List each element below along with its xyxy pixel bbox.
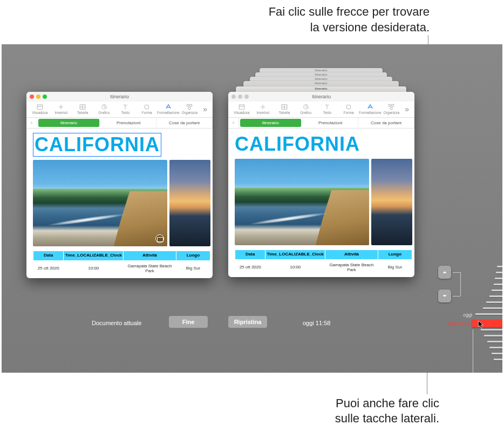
- callout-text: Puoi anche fare clic: [335, 396, 439, 412]
- version-document-window: Itinerario Visualizza Inserisci Tabella …: [228, 92, 414, 277]
- svg-point-22: [392, 104, 394, 106]
- titlebar: Itinerario: [228, 92, 414, 102]
- leader-line: [453, 296, 460, 297]
- version-prev-button[interactable]: [438, 266, 451, 279]
- tab-cose[interactable]: Cose da portare: [156, 118, 213, 128]
- timeline-tick[interactable]: [497, 266, 502, 267]
- toolbar-format[interactable]: Formattazione: [158, 103, 179, 115]
- cell-time: 10:00: [64, 260, 124, 276]
- timeline-tick[interactable]: [487, 341, 502, 342]
- callout-arrows: Fai clic sulle frecce per trovare la ver…: [269, 4, 430, 35]
- svg-point-21: [389, 104, 391, 106]
- titlebar: Itinerario: [26, 92, 213, 102]
- timeline-tick[interactable]: [486, 301, 502, 303]
- version-next-button[interactable]: [438, 289, 451, 302]
- tab-cose: Cose da portare: [358, 118, 414, 128]
- cell-date: 25 ott 2020: [33, 260, 64, 276]
- toolbar: Visualizza Inserisci Tabella Grafico Tes…: [228, 102, 414, 118]
- restore-button[interactable]: Ripristina: [228, 316, 267, 328]
- headline-text: CALIFORNIA: [235, 133, 360, 155]
- toolbar-text[interactable]: Testo: [115, 103, 136, 115]
- tab-itinerario[interactable]: Itinerario: [38, 119, 100, 127]
- table-header-row: Data Time_LOCALIZABLE_Clock Attività Luo…: [33, 251, 210, 261]
- version-timeline[interactable]: oggi oggi 14:17: [470, 266, 502, 365]
- timeline-tick[interactable]: [489, 347, 502, 348]
- cell-activity: Garrapata State Beach Park: [325, 259, 378, 275]
- timeline-tick[interactable]: [494, 359, 502, 360]
- toolbar-view: Visualizza: [231, 103, 252, 115]
- sheet-tabs: + Itinerario Prenotazioni Cose da portar…: [228, 118, 414, 129]
- done-button[interactable]: Fine: [169, 316, 208, 328]
- cell-date: 25 ott 2020: [235, 259, 265, 275]
- col-place: Luogo: [378, 250, 412, 260]
- data-table[interactable]: Data Time_LOCALIZABLE_Clock Attività Luo…: [33, 251, 210, 276]
- window-title: Itinerario: [228, 94, 414, 99]
- toolbar-organize[interactable]: Organizza: [180, 103, 200, 115]
- current-document-window: Itinerario Visualizza Inserisci Tabella …: [26, 92, 213, 278]
- col-time[interactable]: Time_LOCALIZABLE_Clock: [64, 251, 124, 261]
- toolbar-chart[interactable]: Grafico: [94, 103, 114, 115]
- current-doc-label: Documento attuale: [92, 320, 141, 326]
- toolbar-organize: Organizza: [382, 103, 402, 115]
- toolbar-shape: Forma: [338, 103, 359, 115]
- add-tab-button: +: [228, 118, 239, 128]
- toolbar-format: Formattazione: [360, 103, 380, 115]
- toolbar-table: Tabella: [274, 103, 295, 115]
- photo-sunset[interactable]: [169, 160, 210, 246]
- photo-coast: [235, 159, 369, 245]
- chevron-up-icon: [441, 269, 448, 275]
- toolbar-chart: Grafico: [296, 103, 316, 115]
- timeline-selected-tick[interactable]: [472, 320, 502, 327]
- tab-prenotazioni[interactable]: Prenotazioni: [101, 118, 157, 128]
- col-activity[interactable]: Attività: [124, 251, 176, 261]
- window-title: Itinerario: [26, 94, 213, 99]
- document-body: CALIFORNIA Data Time_LOCALIZABLE_Clock A…: [26, 129, 213, 278]
- add-tab-button[interactable]: +: [26, 118, 37, 128]
- timeline-tick[interactable]: [496, 272, 502, 273]
- svg-point-9: [187, 104, 189, 106]
- timeline-tick[interactable]: [489, 295, 502, 297]
- timeline-tick-today[interactable]: [475, 313, 502, 315]
- version-time-label: oggi 11:58: [303, 320, 330, 326]
- col-date[interactable]: Data: [33, 251, 64, 261]
- leader-line: [473, 329, 473, 373]
- svg-rect-8: [145, 105, 149, 109]
- toolbar-insert[interactable]: Inserisci: [51, 103, 72, 115]
- cell-time: 10:00: [265, 259, 325, 275]
- svg-rect-20: [347, 105, 351, 109]
- table-row[interactable]: 25 ott 2020 10:00 Garrapata State Beach …: [33, 260, 210, 276]
- timeline-today-label: oggi: [463, 312, 472, 318]
- photo-coast[interactable]: [33, 160, 167, 246]
- photo-sunset: [371, 159, 412, 245]
- table-row: 25 ott 2020 10:00 Garrapata State Beach …: [235, 259, 412, 275]
- leader-line: [453, 272, 460, 273]
- timeline-tick[interactable]: [492, 289, 502, 291]
- headline-text: CALIFORNIA: [35, 133, 160, 156]
- timeline-tick[interactable]: [492, 353, 502, 354]
- time-machine-stage: Itinerario Itinerario Itinerario Itinera…: [2, 44, 502, 373]
- table-header-row: Data Time_LOCALIZABLE_Clock Attività Luo…: [235, 250, 412, 260]
- col-place[interactable]: Luogo: [176, 251, 210, 261]
- toolbar-insert: Inserisci: [253, 103, 274, 115]
- chevron-down-icon: [441, 293, 448, 299]
- timeline-tick[interactable]: [495, 278, 502, 279]
- svg-rect-12: [239, 105, 244, 109]
- toolbar-table[interactable]: Tabella: [72, 103, 93, 115]
- callout-text: Fai clic sulle frecce per trovare: [269, 4, 430, 20]
- toolbar-view[interactable]: Visualizza: [30, 103, 50, 115]
- toolbar-overflow-icon[interactable]: »: [201, 105, 209, 113]
- leader-line: [460, 272, 461, 296]
- tab-prenotazioni: Prenotazioni: [303, 118, 359, 128]
- image-icon[interactable]: [155, 234, 164, 243]
- timeline-tick[interactable]: [494, 284, 502, 285]
- toolbar-text: Testo: [317, 103, 338, 115]
- toolbar-overflow-icon: »: [403, 105, 411, 113]
- svg-point-23: [390, 107, 392, 110]
- timeline-selected-label: oggi 14:17: [447, 321, 470, 326]
- selected-headline[interactable]: CALIFORNIA: [33, 133, 161, 157]
- toolbar-shape[interactable]: Forma: [137, 103, 157, 115]
- timeline-tick[interactable]: [484, 335, 502, 336]
- tab-itinerario: Itinerario: [240, 119, 302, 127]
- callout-ticks: Puoi anche fare clic sulle tacche latera…: [335, 396, 439, 427]
- timeline-tick[interactable]: [483, 307, 502, 309]
